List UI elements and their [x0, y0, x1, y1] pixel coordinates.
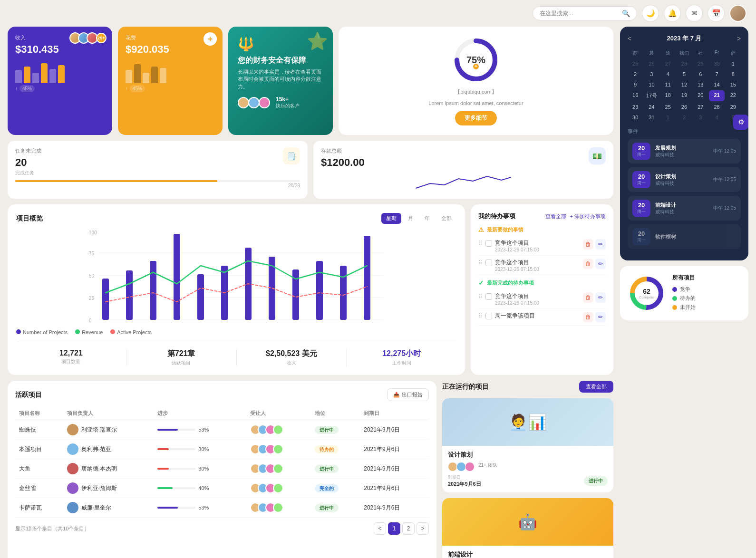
cal-cell-2b[interactable]: 2: [677, 113, 692, 122]
col-assignees[interactable]: 受让人: [246, 407, 310, 420]
cal-cell-16[interactable]: 16: [628, 90, 643, 101]
cal-cell-3b[interactable]: 3: [693, 113, 708, 122]
progress-wrap-1: [157, 448, 195, 450]
checkbox-4[interactable]: [485, 313, 492, 319]
checkbox-3[interactable]: [485, 293, 492, 300]
savings-icon: 💵: [589, 147, 606, 164]
cal-cell-28b[interactable]: 28: [709, 102, 724, 112]
cal-cell-25b[interactable]: 25: [660, 102, 676, 112]
cal-cell-14[interactable]: 14: [709, 80, 724, 89]
todo-edit-4[interactable]: ✏: [595, 312, 606, 322]
tab-year[interactable]: 年: [420, 213, 435, 224]
cal-cell-29a[interactable]: 29: [693, 59, 708, 68]
todo-edit-1[interactable]: ✏: [595, 239, 606, 250]
page-2-btn[interactable]: 2: [402, 522, 415, 535]
search-input[interactable]: [540, 10, 618, 17]
active-projects-panel: 活跃项目 📤 出口报告 项目名称 项目负责人 进步 受让人 地位: [8, 381, 436, 558]
col-progress[interactable]: 进步: [154, 407, 246, 420]
cal-cell-26b[interactable]: 26: [677, 102, 692, 112]
cal-cell-9[interactable]: 9: [628, 80, 643, 89]
tab-week[interactable]: 星期: [381, 213, 401, 224]
cal-cell-11[interactable]: 11: [660, 80, 676, 89]
tab-month[interactable]: 月: [403, 213, 418, 224]
cal-cell-30a[interactable]: 30: [709, 59, 724, 68]
cal-cell-18[interactable]: 18: [660, 90, 676, 101]
next-page-btn[interactable]: >: [417, 522, 429, 535]
svg-rect-21: [316, 261, 323, 320]
cal-cell-26a[interactable]: 26: [644, 59, 659, 68]
add-expense-btn[interactable]: +: [204, 32, 217, 46]
todo-edit-2[interactable]: ✏: [595, 259, 606, 269]
todo-del-1[interactable]: 🗑: [583, 239, 593, 250]
tab-all[interactable]: 全部: [436, 213, 456, 224]
cal-cell-1[interactable]: 1: [726, 59, 741, 68]
cal-cell-24[interactable]: 24: [644, 102, 659, 112]
todo-del-3[interactable]: 🗑: [583, 292, 593, 303]
cal-cell-17[interactable]: 17号: [644, 90, 659, 101]
cal-cell-29b[interactable]: 29: [726, 102, 741, 112]
cal-cell-10[interactable]: 10: [644, 80, 659, 89]
prev-page-btn[interactable]: <: [374, 522, 386, 535]
cal-dh-2: 途: [660, 48, 676, 58]
col-name[interactable]: 项目名称: [15, 407, 63, 420]
projects-table: 项目名称 项目负责人 进步 受让人 地位 到期日 蜘蛛侠 利亚塔·瑞查尔: [15, 407, 429, 518]
cal-cell-21-today[interactable]: 21: [709, 90, 724, 101]
cal-cell-15[interactable]: 15: [726, 80, 741, 89]
cal-cell-25a[interactable]: 25: [628, 59, 643, 68]
cal-cell-28a[interactable]: 28: [677, 59, 692, 68]
export-btn[interactable]: 📤 出口报告: [387, 388, 429, 401]
cal-cell-3[interactable]: 3: [644, 69, 659, 79]
row-status-4: 进行中: [311, 498, 360, 518]
cal-cell-23[interactable]: 23: [628, 102, 643, 112]
todo-actions: 查看全部 + 添加待办事项: [545, 213, 606, 220]
dark-mode-btn[interactable]: 🌙: [642, 5, 659, 22]
cal-cell-30b[interactable]: 30: [628, 113, 643, 122]
search-box[interactable]: 🔍: [533, 6, 637, 20]
col-due[interactable]: 到期日: [360, 407, 429, 420]
cal-cell-4b[interactable]: 4: [709, 113, 724, 122]
cal-cell-19[interactable]: 19: [677, 90, 692, 101]
cal-cell-27b[interactable]: 27: [693, 102, 708, 112]
todo-view-all[interactable]: 查看全部: [545, 213, 566, 220]
card-2-thumb: 🤖: [442, 498, 613, 546]
cal-header: < 2023 年 7 月 >: [628, 34, 741, 43]
checkbox-1[interactable]: [485, 240, 492, 247]
content-area: 收入 $310.435 25+ ↑: [8, 27, 613, 558]
cal-cell-20[interactable]: 20: [693, 90, 708, 101]
checkbox-2[interactable]: [485, 260, 492, 266]
cal-cell-27a[interactable]: 27: [660, 59, 676, 68]
cal-cell-7[interactable]: 7: [709, 69, 724, 79]
view-all-btn[interactable]: 查看全部: [579, 381, 613, 393]
cal-cell-6[interactable]: 6: [693, 69, 708, 79]
todo-del-2[interactable]: 🗑: [583, 259, 593, 269]
svg-text:75: 75: [89, 251, 95, 256]
todo-edit-3[interactable]: ✏: [595, 292, 606, 303]
tasks-icon: 🗒️: [283, 147, 300, 164]
col-manager[interactable]: 项目负责人: [63, 407, 154, 420]
user-avatar[interactable]: [729, 5, 746, 22]
cal-cell-22[interactable]: 22: [726, 90, 741, 101]
event-3-name: 前端设计: [655, 202, 708, 209]
cal-prev-btn[interactable]: <: [628, 35, 631, 42]
calendar-btn[interactable]: 📅: [708, 5, 725, 22]
todo-add[interactable]: + 添加待办事项: [570, 213, 606, 220]
more-details-btn[interactable]: 更多细节: [455, 111, 497, 125]
cal-cell-1b[interactable]: 1: [660, 113, 676, 122]
cal-cell-31[interactable]: 31: [644, 113, 659, 122]
todo-del-4[interactable]: 🗑: [583, 312, 593, 322]
cal-cell-5[interactable]: 5: [677, 69, 692, 79]
cal-cell-8[interactable]: 8: [726, 69, 741, 79]
card-1-team: 21+ 团队: [478, 462, 497, 471]
row-progress-1: 30%: [154, 440, 246, 459]
col-status[interactable]: 地位: [311, 407, 360, 420]
notifications-btn[interactable]: 🔔: [664, 5, 681, 22]
expense-pct-row: ↑ 45%: [126, 85, 215, 92]
cal-cell-12[interactable]: 12: [677, 80, 692, 89]
cal-next-btn[interactable]: >: [737, 35, 741, 42]
cal-cell-2[interactable]: 2: [628, 69, 643, 79]
cal-cell-13[interactable]: 13: [693, 80, 708, 89]
calendar-gear-btn[interactable]: ⚙: [733, 115, 748, 130]
mail-btn[interactable]: ✉: [686, 5, 703, 22]
page-1-btn[interactable]: 1: [388, 522, 400, 535]
cal-cell-4[interactable]: 4: [660, 69, 676, 79]
